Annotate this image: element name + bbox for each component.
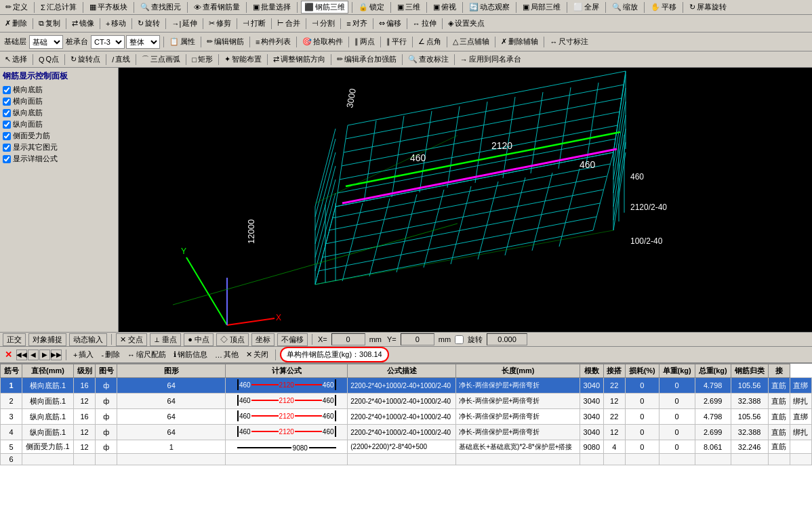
table-row[interactable]: 5 侧面受力筋.1 12 ф 1 9080 (2200+2200)*2-8*40…: [1, 440, 812, 454]
check-annotation-btn[interactable]: 🔍 查改标注: [406, 54, 451, 65]
ortho-btn[interactable]: 正交: [3, 333, 26, 346]
x-input[interactable]: [331, 333, 365, 345]
pick-component-btn[interactable]: 🎯 拾取构件: [300, 36, 345, 47]
angle-btn[interactable]: ∠ 点角: [416, 36, 443, 47]
stretch-btn[interactable]: ↔ 拉伸: [411, 18, 439, 29]
merge-btn[interactable]: ⊢ 合并: [275, 18, 302, 29]
zoom-btn[interactable]: 🔍 缩放: [609, 1, 641, 13]
batch-select-btn[interactable]: ▣ 批量选择: [250, 1, 293, 13]
select-btn[interactable]: ↖ 选择: [3, 54, 29, 65]
3d-view-btn[interactable]: ▣ 三维: [394, 1, 423, 13]
rebar-info-btn[interactable]: ℹ 钢筋信息: [171, 349, 210, 360]
cb-vert-top-input[interactable]: [3, 121, 11, 129]
edit-cap-rebar-btn[interactable]: ✏ 编辑承台加强筋: [335, 54, 399, 65]
cb-horiz-bottom-input[interactable]: [3, 86, 11, 94]
copy-btn[interactable]: ⧉ 复制: [37, 18, 62, 29]
edit-rebar-btn[interactable]: ✏ 编辑钢筋: [205, 36, 246, 47]
sub-sep1: [66, 350, 66, 360]
offset-btn[interactable]: ⇔ 偏移: [377, 18, 403, 29]
align-slab-btn[interactable]: ▦ 平齐板块: [87, 1, 130, 13]
lock-btn[interactable]: 🔒 锁定: [356, 1, 387, 13]
q-point-btn[interactable]: Q Q点: [37, 54, 61, 65]
cb-show-elements-input[interactable]: [3, 144, 11, 152]
cb-horiz-top-input[interactable]: [3, 98, 11, 106]
table-row[interactable]: 4 纵向面筋.1 12 ф 64 460 2120 460 2200-2*40+…: [1, 425, 812, 440]
sum-calc-btn[interactable]: Σ 汇总计算: [38, 1, 79, 13]
pile-cap-select[interactable]: CT-3: [91, 35, 125, 49]
perpendicular-btn[interactable]: ⊥ 垂点: [150, 333, 181, 346]
cb-show-formula: 显示详细公式: [3, 154, 115, 164]
rotate-point-btn[interactable]: ↻ 旋转点: [68, 54, 102, 65]
category-cell: 直筋: [768, 425, 790, 440]
top-view-btn[interactable]: ▣ 俯视: [430, 1, 459, 13]
table-row[interactable]: 6: [1, 454, 812, 465]
snap-btn[interactable]: 对象捕捉: [28, 333, 66, 346]
move-btn[interactable]: + 移动: [104, 18, 128, 29]
sep5: [246, 2, 247, 13]
cb-side-force-input[interactable]: [3, 132, 11, 140]
property-btn[interactable]: 📋 属性: [167, 36, 197, 47]
rotate-checkbox[interactable]: [455, 335, 464, 344]
other-btn[interactable]: … 其他: [212, 349, 241, 360]
close-x-btn[interactable]: ✕: [3, 350, 14, 360]
view-select[interactable]: 整体: [126, 35, 160, 49]
define-btn[interactable]: ✏ 定义: [3, 1, 31, 13]
insert-btn[interactable]: + 插入: [70, 349, 96, 360]
bar-no-cell: 纵向底筋.1: [22, 409, 74, 425]
apply-same-cap-btn[interactable]: → 应用到同名承台: [458, 54, 523, 65]
local-3d-btn[interactable]: ▣ 局部三维: [520, 1, 563, 13]
adjust-dir-btn[interactable]: ⇄ 调整钢筋方向: [271, 54, 327, 65]
break-btn[interactable]: ⊣ 打断: [241, 18, 268, 29]
set-grip-btn[interactable]: ◈ 设置夹点: [446, 18, 487, 29]
pan-btn[interactable]: ✋ 平移: [648, 1, 679, 13]
dynamic-view-btn[interactable]: 🔄 动态观察: [466, 1, 512, 13]
screen-rotate-btn[interactable]: ↻ 屏幕旋转: [687, 1, 729, 13]
trim-btn[interactable]: ✂ 修剪: [207, 18, 233, 29]
no-offset-btn[interactable]: 不偏移: [277, 333, 308, 346]
cb-side-force: 侧面受力筋: [3, 131, 115, 141]
dynamic-input-btn[interactable]: 动态输入: [69, 333, 107, 346]
s8: [271, 18, 272, 29]
joint-cell: 绑扎: [790, 425, 811, 440]
cb-vert-bottom-input[interactable]: [3, 109, 11, 117]
dimension-btn[interactable]: ↔ 尺寸标注: [548, 36, 590, 47]
component-list-btn[interactable]: ≡ 构件列表: [253, 36, 293, 47]
delete-btn[interactable]: ✗ 删除: [3, 18, 29, 29]
two-point-btn[interactable]: ∥ 两点: [352, 36, 377, 47]
scale-rebar-btn[interactable]: ↔ 缩尺配筋: [125, 349, 169, 360]
rebar-3d-btn[interactable]: ⬛ 钢筋三维: [301, 1, 348, 14]
cb-show-formula-input[interactable]: [3, 155, 11, 163]
delete-axis-btn[interactable]: ✗ 删除辅轴: [499, 36, 540, 47]
table-row[interactable]: 1 横向底筋.1 16 ф 64 460 2120 460 2200-2*40+…: [1, 378, 812, 394]
parallel-btn[interactable]: ∥ 平行: [384, 36, 409, 47]
next-btn[interactable]: ▶: [39, 350, 50, 360]
split-btn[interactable]: ⊣ 分割: [310, 18, 337, 29]
align-btn[interactable]: ≡ 对齐: [344, 18, 369, 29]
midpoint-btn[interactable]: ● 中点: [184, 333, 214, 346]
find-element-btn[interactable]: 🔍 查找图元: [138, 1, 184, 13]
base-layer-select[interactable]: 基础: [29, 35, 63, 49]
table-row[interactable]: 2 横向面筋.1 12 ф 64 460 2120 460 2200-2*40+…: [1, 394, 812, 409]
viewport-3d[interactable]: 460 2120 460 460 2120/2-40 100/2-40 3000…: [119, 68, 812, 332]
close-table-btn[interactable]: ✕ 关闭: [243, 349, 271, 360]
vertex-btn[interactable]: ◇ 顶点: [216, 333, 249, 346]
fullscreen-btn[interactable]: ⬜ 全屏: [571, 1, 602, 13]
line-btn[interactable]: / 直线: [110, 54, 132, 65]
arc-btn[interactable]: ⌒ 三点画弧: [140, 54, 182, 65]
coord-btn[interactable]: 坐标: [251, 333, 275, 346]
del-row-btn[interactable]: - 删除: [98, 349, 123, 360]
last-btn[interactable]: ▶▶: [51, 350, 62, 360]
prev-btn[interactable]: ◀: [28, 350, 39, 360]
smart-layout-btn[interactable]: ✦ 智能布置: [222, 54, 264, 65]
y-input[interactable]: [401, 333, 434, 345]
three-point-axis-btn[interactable]: △ 三点辅轴: [451, 36, 491, 47]
table-row[interactable]: 3 纵向底筋.1 16 ф 64 460 2120 460 2200-2*40+…: [1, 409, 812, 425]
intersection-btn[interactable]: ✕ 交点: [116, 333, 147, 346]
extend-btn[interactable]: →| 延伸: [169, 18, 199, 29]
rect-btn[interactable]: □ 矩形: [190, 54, 215, 65]
rotate-input[interactable]: [487, 333, 527, 345]
mirror-btn[interactable]: ⇄ 镜像: [70, 18, 96, 29]
view-rebar-btn[interactable]: 👁 查看钢筋量: [191, 1, 243, 13]
first-btn[interactable]: ◀◀: [16, 350, 27, 360]
rotate-btn[interactable]: ↻ 旋转: [136, 18, 162, 29]
